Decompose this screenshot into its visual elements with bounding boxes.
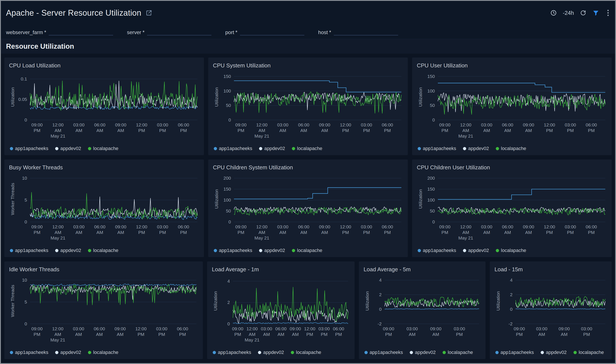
chart-plot[interactable]: 050100150200Utilization09:00PM12:00AMMay… xyxy=(213,173,403,247)
x-tick-time: 03:00 xyxy=(481,224,492,229)
y-tick-label: 10 xyxy=(22,176,27,181)
filter-server: server * xyxy=(127,28,211,35)
legend-item-localapache[interactable]: localapache xyxy=(88,248,118,253)
x-tick-time: 06:00 xyxy=(94,326,105,331)
chart-legend: app1apacheeksappdev02localapache xyxy=(416,145,607,152)
legend-label: localapache xyxy=(296,350,321,355)
legend-item-localapache[interactable]: localapache xyxy=(443,350,473,355)
x-tick-meridiem: PM xyxy=(34,332,40,337)
y-tick-label: 150 xyxy=(223,74,231,79)
required-asterisk: * xyxy=(235,29,237,35)
legend-item-appdev02[interactable]: appdev02 xyxy=(259,248,285,253)
filter-input-port[interactable] xyxy=(240,28,304,35)
y-tick-label: 0 xyxy=(432,117,435,122)
y-tick-label: 100 xyxy=(223,88,231,93)
legend-label: app1apacheeks xyxy=(370,350,403,355)
legend-dot xyxy=(258,351,261,354)
kebab-menu-icon[interactable] xyxy=(606,9,610,16)
chart-panel: CPU User Utilization 050100150Utilizatio… xyxy=(412,57,612,155)
legend-item-app1apacheeks[interactable]: app1apacheeks xyxy=(213,350,251,355)
open-in-new-icon[interactable] xyxy=(145,9,152,16)
x-tick-meridiem: PM xyxy=(34,230,40,235)
x-tick-time: 06:00 xyxy=(178,224,189,229)
legend-dot xyxy=(410,351,413,354)
x-tick-meridiem: PM xyxy=(321,332,328,337)
y-tick-label: -2 xyxy=(508,321,513,326)
filter-input-webserver-farm[interactable] xyxy=(49,28,113,35)
x-tick-meridiem: AM xyxy=(321,128,328,133)
chart-plot[interactable]: -2024Utilization09:00PM03:00AM09:00AM03:… xyxy=(363,274,481,349)
x-tick-meridiem: AM xyxy=(504,128,511,133)
legend-item-appdev02[interactable]: appdev02 xyxy=(55,248,81,253)
filter-input-server[interactable] xyxy=(147,28,211,35)
chart-plot[interactable]: 050100150Utilization09:00PM12:00AMMay 21… xyxy=(213,71,403,145)
x-tick-meridiem: AM xyxy=(462,230,469,235)
legend-item-localapache[interactable]: localapache xyxy=(88,350,118,355)
y-axis-label: Utilization xyxy=(418,189,423,208)
chart-plot[interactable]: 0510Worker Threads09:00PM12:00AMMay 2103… xyxy=(9,274,199,349)
x-tick-time: 03:00 xyxy=(73,224,85,229)
legend-item-app1apacheeks[interactable]: app1apacheeks xyxy=(418,248,456,253)
legend-label: localapache xyxy=(93,350,118,355)
legend-dot xyxy=(10,147,13,150)
legend-item-localapache[interactable]: localapache xyxy=(291,350,321,355)
time-range-label[interactable]: -24h xyxy=(563,10,574,16)
legend-item-app1apacheeks[interactable]: app1apacheeks xyxy=(10,248,48,253)
legend-item-app1apacheeks[interactable]: app1apacheeks xyxy=(214,146,252,151)
legend-item-app1apacheeks[interactable]: app1apacheeks xyxy=(10,146,48,151)
refresh-icon[interactable] xyxy=(580,10,586,16)
filter-webserver-farm: webserver_farm * xyxy=(6,28,113,35)
legend-item-app1apacheeks[interactable]: app1apacheeks xyxy=(418,146,456,151)
chart-plot[interactable]: 050100150Utilization09:00PM12:00AMMay 21… xyxy=(416,71,607,145)
legend-label: app1apacheeks xyxy=(15,146,48,151)
chart-plot[interactable]: 024Utilization09:00PM12:00AMMay 2103:00A… xyxy=(211,274,350,349)
legend-item-app1apacheeks[interactable]: app1apacheeks xyxy=(214,248,252,253)
chart-legend: app1apacheeksappdev02localapache xyxy=(213,247,403,254)
required-asterisk: * xyxy=(44,29,46,35)
legend-item-localapache[interactable]: localapache xyxy=(292,248,322,253)
legend-label: localapache xyxy=(448,350,473,355)
chart-plot[interactable]: 00.050.1Utilization09:00PM12:00AMMay 210… xyxy=(9,71,200,145)
legend-item-app1apacheeks[interactable]: app1apacheeks xyxy=(495,350,534,355)
x-tick-time: 03:00 xyxy=(454,326,465,331)
gridlines xyxy=(30,178,197,222)
legend-item-localapache[interactable]: localapache xyxy=(496,146,526,151)
legend-dot xyxy=(443,351,446,354)
chart-plot[interactable]: 050100150200Utilization09:00PM12:00AMMay… xyxy=(416,173,607,247)
filter-input-host[interactable] xyxy=(334,28,398,35)
x-tick-time: 06:00 xyxy=(502,122,513,127)
x-tick-meridiem: AM xyxy=(525,230,532,235)
x-tick-date: May 21 xyxy=(459,133,473,138)
legend-item-localapache[interactable]: localapache xyxy=(574,350,604,355)
series-line-app1apacheeks xyxy=(233,323,348,324)
chart-plot[interactable]: -2024Utilization09:00PM03:00AM09:00AM03:… xyxy=(494,274,607,349)
x-tick-date: May 21 xyxy=(51,235,65,240)
filter-funnel-icon[interactable] xyxy=(592,9,599,16)
legend-label: appdev02 xyxy=(263,350,284,355)
legend-item-appdev02[interactable]: appdev02 xyxy=(541,350,567,355)
legend-item-appdev02[interactable]: appdev02 xyxy=(55,146,81,151)
legend-dot xyxy=(463,249,466,252)
x-tick-time: 03:00 xyxy=(407,326,418,331)
legend-item-localapache[interactable]: localapache xyxy=(292,146,322,151)
legend-item-appdev02[interactable]: appdev02 xyxy=(463,248,489,253)
chart-plot[interactable]: 0510Worker Threads09:00PM12:00AMMay 2103… xyxy=(9,173,200,247)
x-tick-time: 06:00 xyxy=(586,122,597,127)
legend-item-app1apacheeks[interactable]: app1apacheeks xyxy=(364,350,403,355)
y-tick-label: 0 xyxy=(25,219,27,224)
chart-svg: 0510Worker Threads09:00PM12:00AMMay 2103… xyxy=(9,173,200,243)
legend-item-appdev02[interactable]: appdev02 xyxy=(463,146,489,151)
legend-item-appdev02[interactable]: appdev02 xyxy=(410,350,436,355)
x-tick-meridiem: PM xyxy=(159,230,166,235)
dashboard-header: Apache - Server Resource Utilization -24… xyxy=(1,1,615,25)
clock-icon[interactable] xyxy=(550,10,557,16)
legend-item-localapache[interactable]: localapache xyxy=(496,248,526,253)
legend-item-appdev02[interactable]: appdev02 xyxy=(55,350,81,355)
legend-item-localapache[interactable]: localapache xyxy=(88,146,118,151)
legend-item-appdev02[interactable]: appdev02 xyxy=(259,146,285,151)
legend-item-app1apacheeks[interactable]: app1apacheeks xyxy=(10,350,48,355)
legend-label: appdev02 xyxy=(60,350,81,355)
series-line-localapache xyxy=(438,208,605,215)
legend-dot xyxy=(364,351,368,354)
legend-item-appdev02[interactable]: appdev02 xyxy=(258,350,284,355)
